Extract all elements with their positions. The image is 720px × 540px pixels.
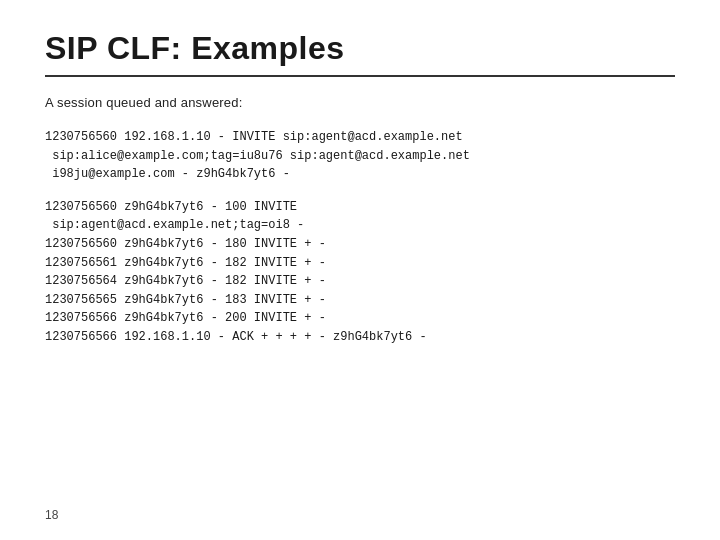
title-divider [45, 75, 675, 77]
code-block-1: 1230756560 192.168.1.10 - INVITE sip:age… [45, 128, 675, 184]
slide-container: SIP CLF: Examples A session queued and a… [0, 0, 720, 540]
page-number: 18 [45, 508, 58, 522]
slide-title: SIP CLF: Examples [45, 30, 675, 67]
slide-subtitle: A session queued and answered: [45, 95, 675, 110]
code-block-2: 1230756560 z9hG4bk7yt6 - 100 INVITE sip:… [45, 198, 675, 347]
